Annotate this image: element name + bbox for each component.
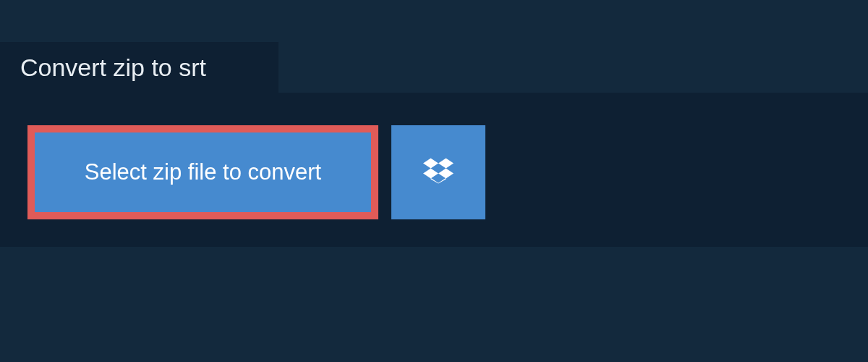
dropbox-button[interactable] (391, 125, 485, 219)
select-file-label: Select zip file to convert (85, 159, 321, 185)
tab-header: Convert zip to srt (0, 42, 278, 93)
select-file-button[interactable]: Select zip file to convert (27, 125, 378, 219)
content-panel: Select zip file to convert (0, 93, 868, 247)
dropbox-icon (423, 156, 454, 189)
tab-title: Convert zip to srt (20, 54, 206, 82)
button-row: Select zip file to convert (27, 125, 841, 219)
